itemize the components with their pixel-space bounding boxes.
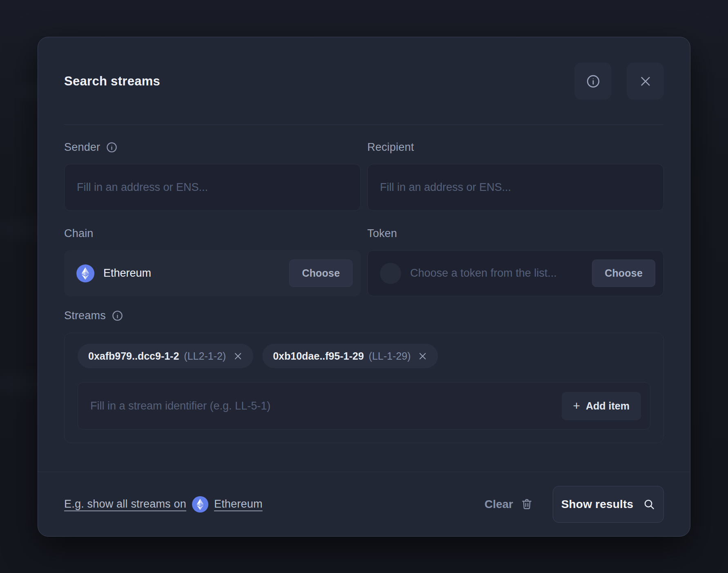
stream-chip-id: 0xafb979..dcc9-1-2	[88, 350, 179, 362]
token-placeholder-circle	[380, 263, 401, 284]
stream-chip-id: 0xb10dae..f95-1-29	[273, 350, 364, 362]
show-results-label: Show results	[561, 498, 634, 511]
close-icon	[639, 75, 652, 88]
add-item-button[interactable]: + Add item	[562, 392, 641, 420]
stream-chip-alias: (LL2-1-2)	[184, 350, 226, 362]
token-placeholder-text: Choose a token from the list...	[410, 267, 557, 280]
trash-icon	[520, 498, 533, 510]
footer-actions: Clear Show results	[485, 486, 664, 523]
sender-field: Sender	[64, 125, 361, 211]
chain-value: Ethereum	[103, 267, 151, 280]
show-results-button[interactable]: Show results	[553, 486, 664, 523]
dialog-header: Search streams	[64, 37, 664, 100]
example-link-text: E.g. show all streams on	[64, 498, 186, 510]
example-streams-link[interactable]: E.g. show all streams on Ethereum	[64, 496, 263, 513]
recipient-label: Recipient	[367, 141, 414, 154]
stream-chip-alias: (LL-1-29)	[369, 350, 411, 362]
stream-input-wrap: + Add item	[78, 382, 650, 430]
plus-icon: +	[573, 402, 581, 410]
chain-label: Chain	[64, 227, 94, 240]
example-link-chain: Ethereum	[214, 498, 263, 510]
search-icon	[643, 498, 655, 510]
sender-label: Sender	[64, 141, 100, 154]
stream-chip: 0xafb979..dcc9-1-2 (LL2-1-2)	[78, 344, 253, 368]
dialog-footer: E.g. show all streams on Ethereum Clear	[38, 472, 690, 536]
stream-chip: 0xb10dae..f95-1-29 (LL-1-29)	[262, 344, 438, 368]
header-actions	[574, 63, 664, 100]
close-button[interactable]	[627, 63, 664, 100]
info-icon	[586, 74, 601, 89]
streams-box: 0xafb979..dcc9-1-2 (LL2-1-2) 0xb10dae..f…	[64, 333, 664, 443]
token-field: Token Choose a token from the list... Ch…	[367, 211, 664, 296]
recipient-field: Recipient	[367, 125, 664, 211]
sender-info-icon[interactable]	[106, 141, 118, 153]
dialog-title: Search streams	[64, 74, 160, 89]
sender-input[interactable]	[64, 164, 361, 211]
search-streams-dialog: Search streams	[38, 37, 690, 537]
stream-identifier-input[interactable]	[78, 383, 562, 429]
info-button[interactable]	[574, 63, 612, 100]
ethereum-icon	[76, 264, 94, 282]
chip-remove-icon[interactable]	[418, 351, 427, 361]
streams-info-icon[interactable]	[112, 310, 123, 322]
chain-picker: Ethereum Choose	[64, 250, 361, 296]
chain-choose-button[interactable]: Choose	[289, 260, 353, 287]
chip-remove-icon[interactable]	[233, 351, 243, 361]
recipient-input[interactable]	[367, 164, 664, 211]
add-item-label: Add item	[586, 400, 630, 412]
chain-field: Chain Ethereum	[64, 211, 361, 296]
streams-label: Streams	[64, 309, 106, 322]
token-label: Token	[367, 227, 397, 240]
streams-field: Streams 0xafb979..dcc9-1-2 (LL2-1-2)	[64, 309, 664, 443]
clear-label: Clear	[485, 498, 513, 511]
token-picker: Choose a token from the list... Choose	[367, 250, 664, 296]
stream-chips: 0xafb979..dcc9-1-2 (LL2-1-2) 0xb10dae..f…	[78, 344, 650, 368]
token-choose-button[interactable]: Choose	[592, 260, 655, 287]
ethereum-icon	[192, 496, 208, 513]
clear-button[interactable]: Clear	[485, 498, 533, 511]
